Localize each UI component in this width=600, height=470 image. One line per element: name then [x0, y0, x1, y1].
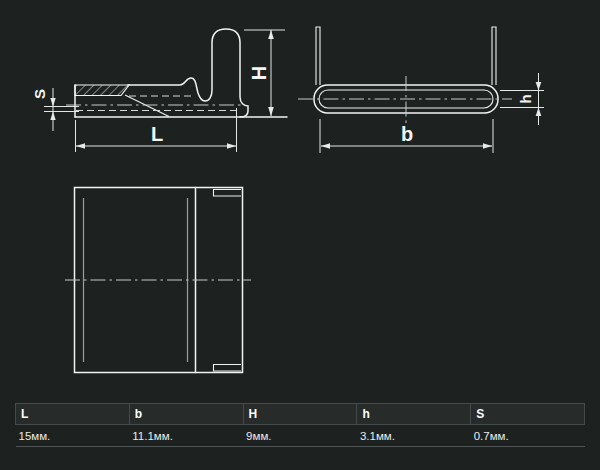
hook-outline: [128, 29, 248, 117]
value-L: 15мм.: [16, 425, 130, 447]
hatch-area: [75, 85, 129, 96]
dimension-H: H: [244, 30, 285, 116]
dim-label-width: b: [401, 123, 413, 145]
dimension-S: S: [31, 88, 79, 131]
table-header-row: L b H h S: [16, 404, 585, 425]
value-S: 0.7мм.: [471, 425, 585, 447]
table-value-row: 15мм. 11.1мм. 9мм. 3.1мм. 0.7мм.: [16, 425, 585, 447]
col-header-L: L: [16, 404, 130, 425]
col-header-h: h: [357, 404, 471, 425]
technical-drawing-page: S L H: [0, 0, 600, 470]
right-leg: [492, 27, 496, 85]
left-leg: [316, 27, 320, 85]
dim-label-hook-height: h: [517, 94, 534, 103]
dimensions-table: L b H h S 15мм. 11.1мм. 9мм. 3.1мм. 0.7м…: [15, 403, 585, 447]
dimension-b: b: [320, 119, 493, 153]
side-view: S L H: [31, 29, 287, 152]
plan-notch-bottom: [214, 365, 242, 372]
value-h: 3.1мм.: [357, 425, 471, 447]
dim-label-height: H: [248, 66, 270, 80]
col-header-S: S: [471, 404, 585, 425]
drawing-canvas: S L H: [0, 0, 600, 400]
dim-label-length: L: [151, 123, 163, 145]
col-header-H: H: [243, 404, 357, 425]
plan-view: [65, 188, 251, 373]
dim-label-thickness: S: [31, 89, 48, 99]
plan-notch-top: [214, 190, 242, 197]
front-view: h b: [298, 27, 544, 153]
value-b: 11.1мм.: [129, 425, 243, 447]
col-header-b: b: [129, 404, 243, 425]
fold-line: [125, 95, 169, 117]
dimension-L: L: [76, 108, 237, 152]
value-H: 9мм.: [243, 425, 357, 447]
